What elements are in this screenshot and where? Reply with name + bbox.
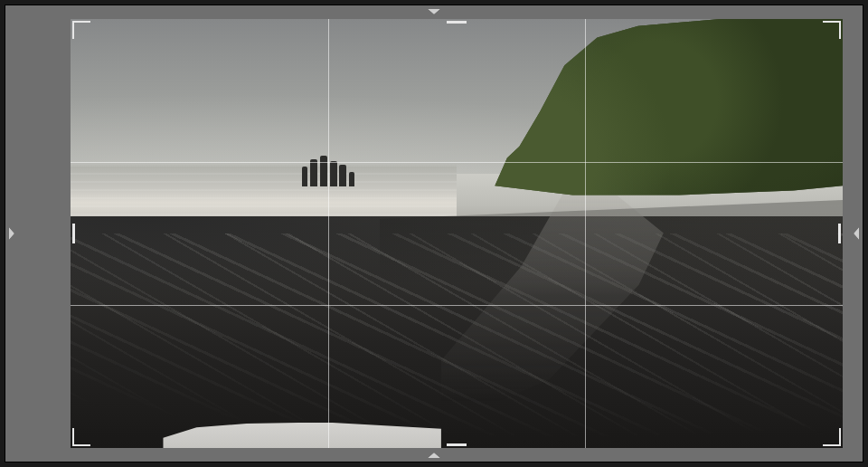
crop-edge-arrow-top-icon[interactable] — [428, 9, 440, 14]
crop-handle-top[interactable] — [447, 21, 467, 24]
crop-handle-left[interactable] — [72, 224, 75, 243]
crop-edge-arrow-bottom-icon[interactable] — [428, 453, 440, 458]
crop-handle-top-left[interactable] — [72, 21, 90, 39]
image-stage[interactable] — [71, 19, 843, 448]
editor-canvas-matte — [5, 5, 863, 462]
crop-handle-right[interactable] — [838, 224, 841, 243]
crop-handle-bottom-left[interactable] — [72, 428, 90, 446]
photo-sea-stacks — [302, 150, 374, 186]
crop-edge-arrow-right-icon[interactable] — [854, 227, 859, 240]
crop-handle-top-right[interactable] — [823, 21, 841, 39]
crop-handle-bottom[interactable] — [447, 443, 467, 446]
crop-edge-arrow-left-icon[interactable] — [9, 227, 14, 240]
crop-handle-bottom-right[interactable] — [823, 428, 841, 446]
